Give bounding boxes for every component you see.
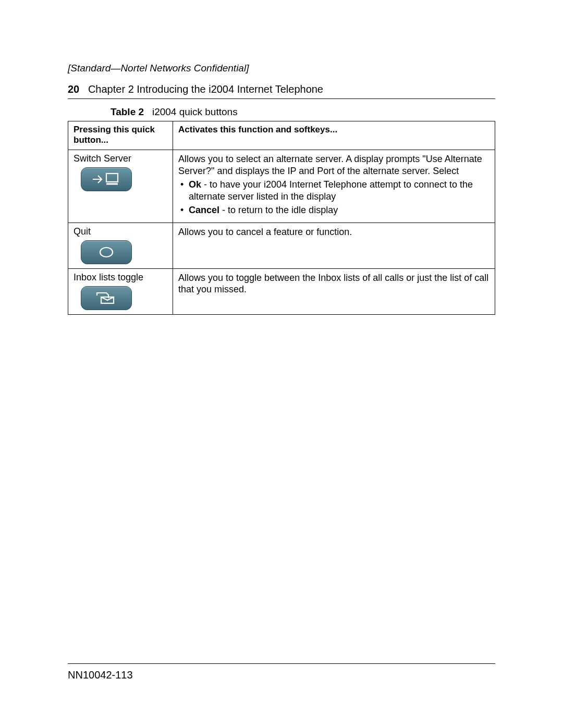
chapter-title: Chapter 2 Introducing the i2004 Internet… — [88, 83, 323, 95]
table-caption: Table 2 i2004 quick buttons — [111, 106, 495, 118]
quick-buttons-table: Pressing this quick button... Activates … — [68, 121, 495, 315]
confidential-notice: [Standard—Nortel Networks Confidential] — [68, 63, 495, 74]
list-item: Ok - to have your i2004 Internet Telepho… — [189, 179, 489, 202]
table-row: Quit Allows you to cancel a feature or f… — [68, 223, 495, 268]
page-number: 20 — [68, 83, 79, 95]
bullet-list: Ok - to have your i2004 Internet Telepho… — [178, 179, 489, 216]
button-name: Inbox lists toggle — [74, 272, 167, 283]
table-caption-text: i2004 quick buttons — [152, 106, 238, 117]
table-header-col2: Activates this function and softkeys... — [173, 121, 495, 150]
row-description: Allows you to cancel a feature or functi… — [178, 226, 489, 238]
table-header-col1: Pressing this quick button... — [68, 121, 173, 150]
footer-rule — [68, 663, 495, 664]
list-item: Cancel - to return to the idle display — [189, 204, 489, 216]
quit-icon — [81, 240, 132, 264]
table-row: Inbox lists toggle — [68, 268, 495, 314]
table-caption-label: Table 2 — [111, 106, 144, 117]
document-number: NN10042-113 — [68, 669, 495, 681]
page-header: 20 Chapter 2 Introducing the i2004 Inter… — [68, 83, 495, 95]
page-footer: NN10042-113 — [68, 663, 495, 681]
button-name: Quit — [74, 226, 167, 237]
table-row: Switch Server — [68, 150, 495, 223]
header-rule — [68, 98, 495, 99]
svg-rect-0 — [106, 174, 118, 182]
row-description: Allows you to select an alternate server… — [178, 153, 489, 177]
switch-server-icon — [81, 167, 132, 191]
svg-point-2 — [100, 248, 113, 257]
inbox-toggle-icon — [81, 286, 132, 310]
document-page: [Standard—Nortel Networks Confidential] … — [0, 0, 563, 728]
row-description: Allows you to toggle between the Inbox l… — [178, 272, 489, 295]
button-name: Switch Server — [74, 153, 167, 164]
